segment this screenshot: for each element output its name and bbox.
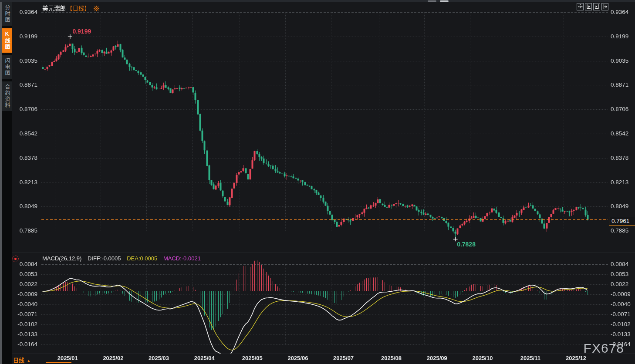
pan-crosshair-icon[interactable] [577, 3, 584, 10]
time-scrollbar-handle[interactable] [46, 362, 71, 363]
macd-axis-label-left: -0.0071 [11, 311, 37, 318]
price-axis-label-left: 0.8213 [11, 179, 37, 186]
macd-indicator-label: MACD(26,12,9) [42, 255, 81, 262]
price-axis-label-left: 0.7885 [11, 227, 37, 234]
macd-axis-label-left: -0.0133 [11, 331, 37, 338]
macd-axis-label-left: 0.0022 [11, 281, 37, 288]
top-strip-chip [440, 0, 449, 2]
price-axis-label-right: 0.8871 [611, 81, 635, 88]
top-strip-chip [428, 0, 436, 2]
price-axis-label-left: 0.8049 [11, 203, 37, 210]
macd-axis-label-right: 0.0022 [611, 281, 635, 288]
high-annotation: 0.9199 [72, 28, 91, 35]
pane-divider [12, 253, 635, 253]
price-axis-label-left: 0.8378 [11, 155, 37, 162]
month-label: 2025/03 [149, 354, 169, 362]
period-selector-label: 日线 [13, 357, 24, 364]
collapse-panel-icon[interactable] [601, 3, 608, 10]
month-label: 2025/07 [333, 354, 354, 362]
price-axis-label-right: 0.8706 [611, 106, 635, 113]
macd-axis-label-right: -0.0102 [611, 321, 635, 328]
macd-axis-label-right: -0.0009 [611, 291, 635, 298]
price-axis-label-right: 0.8378 [611, 155, 635, 162]
low-annotation: 0.7828 [457, 241, 476, 248]
price-axis-label-left: 0.9199 [11, 33, 37, 40]
top-window-strip [0, 0, 635, 2]
month-label: 2025/09 [427, 354, 447, 362]
sidebar-item-time-chart[interactable]: 分时图 [2, 2, 12, 26]
triangle-up-icon: ▲ [27, 358, 31, 363]
price-axis-label-right: 0.9035 [611, 57, 635, 64]
price-axis-label-right: 0.7885 [611, 227, 635, 234]
price-axis-label-left: 0.9364 [11, 9, 37, 16]
sidebar-item-contract-info[interactable]: 合约资料 [2, 81, 12, 111]
red-burst-icon[interactable] [12, 256, 19, 262]
sidebar-item-kline-chart[interactable]: K线图 [2, 28, 12, 53]
chart-title: 美元瑞郎【日线】 [42, 3, 99, 13]
price-axis-label-left: 0.9035 [11, 57, 37, 64]
price-axis-label-right: 0.8542 [611, 130, 635, 137]
period-tag: 【日线】 [67, 5, 90, 12]
macd-axis-label-right: 0.0053 [611, 271, 635, 278]
chart-application: 分时图K线图闪电图合约资料 美元瑞郎【日线】 MACD(26,12,9) DIF… [0, 0, 635, 364]
price-axis-label-left: 0.8871 [11, 81, 37, 88]
price-axis-label-right: 0.9199 [611, 33, 635, 40]
candlestick-macd-canvas[interactable] [0, 0, 635, 364]
month-label: 2025/02 [103, 354, 123, 362]
price-axis-label-left: 0.8542 [11, 130, 37, 137]
price-axis-label-right: 0.8049 [611, 203, 635, 210]
month-label: 2025/05 [242, 354, 263, 362]
macd-diff-value: DIFF:-0.0005 [88, 255, 121, 262]
month-label: 2025/04 [194, 354, 215, 362]
month-label: 2025/11 [520, 354, 540, 362]
period-selector[interactable]: 日线▲ [13, 356, 31, 364]
macd-macd-value: MACD:-0.0021 [163, 255, 201, 262]
macd-axis-label-right: 0.0084 [611, 261, 635, 268]
price-axis-label-left: 0.8706 [11, 106, 37, 113]
fx678-watermark: FX678 [584, 341, 624, 356]
macd-axis-label-right: -0.0040 [611, 301, 635, 308]
macd-axis-label-right: -0.0133 [611, 331, 635, 338]
month-label: 2025/06 [287, 354, 308, 362]
price-axis-left-icon[interactable] [585, 3, 592, 10]
price-axis-right-icon[interactable] [593, 3, 600, 10]
macd-dea-value: DEA:0.0005 [127, 255, 157, 262]
macd-header: MACD(26,12,9) DIFF:-0.0005 DEA:0.0005 MA… [42, 255, 205, 262]
macd-axis-label-left: -0.0009 [11, 291, 37, 298]
price-axis-label-right: 0.9364 [611, 9, 635, 16]
month-label: 2025/08 [381, 354, 402, 362]
current-price-box: 0.7961 [609, 217, 635, 226]
chart-toolbar [577, 3, 608, 10]
macd-axis-label-left: -0.0040 [11, 301, 37, 308]
axis-divider [12, 354, 635, 354]
macd-axis-label-left: -0.0164 [11, 341, 37, 348]
macd-axis-label-left: -0.0102 [11, 321, 37, 328]
symbol-name: 美元瑞郎 [42, 5, 66, 12]
price-axis-label-right: 0.8213 [611, 179, 635, 186]
sidebar: 分时图K线图闪电图合约资料 [2, 2, 12, 364]
macd-axis-label-left: 0.0053 [11, 271, 37, 278]
sidebar-item-lightning-chart[interactable]: 闪电图 [2, 55, 12, 79]
month-label: 2025/10 [472, 354, 493, 362]
gear-icon[interactable] [94, 6, 99, 13]
month-label: 2025/01 [57, 354, 78, 362]
macd-axis-label-right: -0.0071 [611, 311, 635, 318]
